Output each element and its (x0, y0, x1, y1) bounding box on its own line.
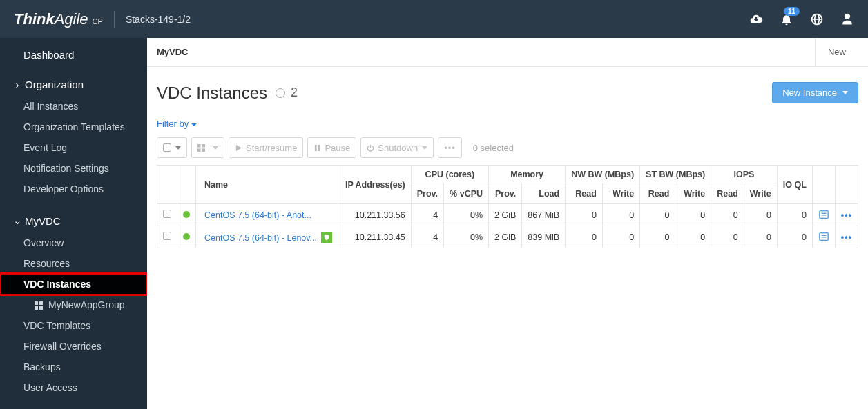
instances-table: Name IP Address(es) CPU (cores) Memory N… (157, 165, 858, 248)
svg-rect-5 (202, 144, 205, 148)
filter-by-link[interactable]: Filter by (157, 119, 197, 129)
caret-down-icon (191, 123, 197, 126)
col-group-st: ST BW (MBps) (640, 166, 711, 183)
sidebar-item-org-templates[interactable]: Organization Templates (0, 117, 147, 137)
svg-rect-0 (35, 301, 38, 305)
row-checkbox[interactable] (163, 232, 171, 240)
play-icon (235, 144, 242, 152)
view-toggle-button[interactable] (191, 137, 224, 158)
row-checkbox[interactable] (163, 210, 171, 218)
col-nw-write[interactable]: Write (602, 183, 639, 204)
sidebar-item-appgroup[interactable]: MyNewAppGroup (0, 295, 147, 315)
sidebar-item-all-instances[interactable]: All Instances (0, 96, 147, 117)
page-title: VDC Instances (157, 83, 267, 103)
cell-nw-w: 0 (602, 204, 639, 226)
svg-rect-7 (202, 148, 205, 152)
breadcrumb: MyVDC New (147, 38, 868, 67)
cell-nw-r: 0 (566, 204, 603, 226)
select-all-checkbox[interactable] (157, 137, 187, 158)
chevron-down-icon: ⌄ (12, 215, 22, 227)
row-actions-button[interactable]: ••• (841, 232, 852, 242)
col-group-mem: Memory (489, 166, 566, 183)
cell-ip: 10.211.33.45 (338, 226, 412, 248)
pause-button[interactable]: Pause (307, 137, 356, 158)
svg-rect-4 (197, 144, 201, 148)
svg-rect-1 (39, 301, 43, 305)
sidebar-item-event-log[interactable]: Event Log (0, 137, 147, 158)
user-icon[interactable] (840, 12, 854, 26)
instance-link[interactable]: CentOS 7.5 (64-bit) - Lenov... (204, 233, 317, 243)
power-icon (367, 144, 374, 152)
col-ip[interactable]: IP Address(es) (338, 166, 412, 204)
caret-down-icon (842, 91, 848, 94)
col-st-read[interactable]: Read (640, 183, 675, 204)
col-io-write[interactable]: Write (744, 183, 777, 204)
details-icon[interactable] (818, 209, 829, 220)
svg-rect-2 (35, 306, 38, 310)
cell-ip: 10.211.33.56 (338, 204, 412, 226)
cell-nw-r: 0 (566, 226, 603, 248)
top-bar: ThinkAgile CP Stacks-149-1/2 11 (0, 0, 868, 38)
cell-mem-load: 839 MiB (522, 226, 566, 248)
row-actions-button[interactable]: ••• (841, 210, 852, 220)
table-row: CentOS 7.5 (64-bit) - Anot...10.211.33.5… (157, 204, 858, 226)
checkbox-icon (163, 143, 171, 152)
sidebar-item-overview[interactable]: Overview (0, 232, 147, 253)
sidebar-item-dashboard[interactable]: Dashboard (0, 38, 147, 66)
svg-rect-8 (315, 144, 317, 150)
col-mem-prov[interactable]: Prov. (489, 183, 522, 204)
status-dot-icon (183, 233, 190, 240)
cell-nw-w: 0 (602, 226, 639, 248)
main-content: MyVDC New VDC Instances 2 New Instance F… (147, 38, 868, 409)
cloud-download-icon[interactable] (749, 12, 763, 26)
col-nw-read[interactable]: Read (566, 183, 603, 204)
col-vcpu[interactable]: % vCPU (444, 183, 489, 204)
status-dot-icon (183, 211, 190, 218)
bell-icon[interactable]: 11 (780, 12, 793, 26)
sidebar-item-vdc-instances[interactable]: VDC Instances (0, 274, 147, 295)
col-io-read[interactable]: Read (711, 183, 744, 204)
cell-mem-prov: 2 GiB (489, 204, 522, 226)
col-mem-load[interactable]: Load (522, 183, 566, 204)
sidebar-label: Organization (25, 79, 84, 90)
cell-vcpu: 0% (444, 226, 489, 248)
col-name[interactable]: Name (196, 166, 338, 204)
button-label: Start/resume (246, 143, 297, 153)
cell-io-w: 0 (744, 204, 777, 226)
sidebar-item-myvdc[interactable]: ⌄MyVDC (0, 209, 147, 232)
sidebar-item-resources[interactable]: Resources (0, 253, 147, 274)
breadcrumb-new[interactable]: New (815, 38, 858, 66)
globe-icon[interactable] (810, 12, 824, 26)
sidebar-item-user-access[interactable]: User Access (0, 377, 147, 398)
col-ioql[interactable]: IO QL (777, 166, 812, 204)
details-icon[interactable] (818, 231, 829, 242)
refresh-icon[interactable] (276, 88, 285, 98)
sidebar-item-organization[interactable]: ›Organization (0, 73, 147, 96)
caret-down-icon (175, 146, 181, 150)
brand-logo[interactable]: ThinkAgile CP (14, 10, 103, 28)
sidebar-item-backups[interactable]: Backups (0, 357, 147, 377)
cell-cpu-prov: 4 (411, 204, 443, 226)
breadcrumb-current[interactable]: MyVDC (157, 47, 189, 57)
cell-io-w: 0 (744, 226, 777, 248)
brand-agile: Agile (55, 10, 88, 28)
page-header: VDC Instances 2 New Instance (157, 82, 858, 103)
sidebar-item-firewall[interactable]: Firewall Overrides (0, 336, 147, 357)
start-resume-button[interactable]: Start/resume (229, 137, 303, 158)
cell-mem-load: 867 MiB (522, 204, 566, 226)
sidebar-item-vdc-templates[interactable]: VDC Templates (0, 315, 147, 336)
pause-icon (314, 144, 321, 152)
col-cpu-prov[interactable]: Prov. (411, 183, 443, 204)
shutdown-button[interactable]: Shutdown (360, 137, 434, 158)
col-st-write[interactable]: Write (675, 183, 711, 204)
cell-st-w: 0 (675, 204, 711, 226)
new-instance-button[interactable]: New Instance (772, 82, 858, 103)
context-label[interactable]: Stacks-149-1/2 (126, 14, 191, 25)
button-label: New Instance (782, 88, 837, 98)
divider (114, 11, 115, 28)
instance-link[interactable]: CentOS 7.5 (64-bit) - Anot... (204, 210, 311, 220)
sidebar-item-notif-settings[interactable]: Notification Settings (0, 158, 147, 179)
cell-io-r: 0 (711, 226, 744, 248)
sidebar-item-dev-options[interactable]: Developer Options (0, 179, 147, 199)
more-actions-button[interactable]: ••• (438, 137, 462, 158)
